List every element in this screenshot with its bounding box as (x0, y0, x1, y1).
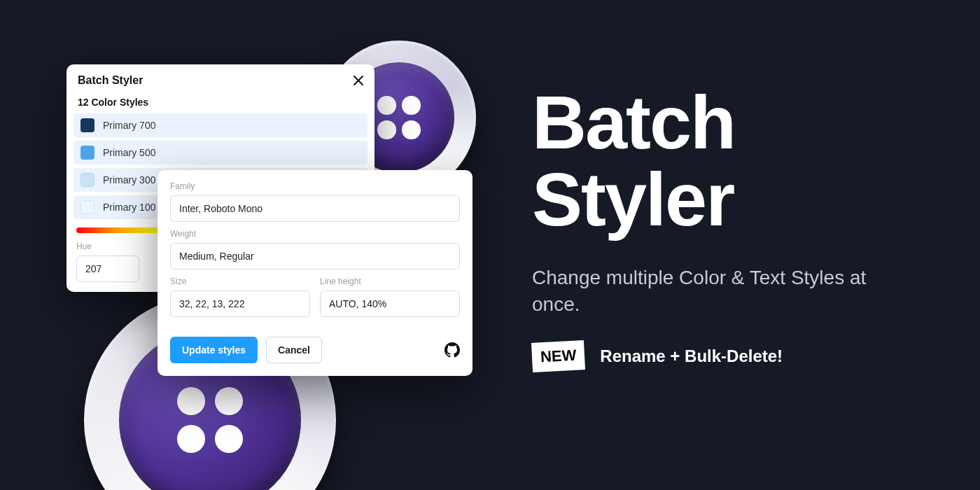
hero-subtitle: Change multiple Color & Text Styles at o… (532, 265, 896, 318)
family-input[interactable] (170, 195, 460, 222)
style-row[interactable]: Primary 700 (74, 113, 368, 137)
color-swatch (80, 200, 94, 214)
style-label: Primary 500 (103, 147, 155, 158)
style-label: Primary 300 (103, 174, 155, 186)
hero-title-line1: Batch (532, 80, 735, 164)
color-swatch (80, 118, 94, 132)
panel-title: Batch Styler (78, 74, 143, 87)
github-icon[interactable] (444, 342, 460, 358)
lineheight-input[interactable] (320, 290, 460, 317)
hero-block: Batch Styler Change multiple Color & Tex… (532, 84, 896, 371)
style-label: Primary 700 (103, 120, 155, 131)
typography-panel: Family Weight Size Line height Update st… (158, 170, 472, 376)
size-label: Size (170, 276, 310, 286)
close-icon[interactable] (354, 76, 363, 85)
new-badge-text: Rename + Bulk-Delete! (600, 346, 783, 366)
update-styles-button[interactable]: Update styles (170, 337, 258, 363)
styles-count-label: 12 Color Styles (66, 95, 374, 113)
new-badge: NEW (531, 340, 585, 372)
color-swatch (80, 173, 94, 187)
lineheight-label: Line height (320, 276, 460, 286)
hero-new-row: NEW Rename + Bulk-Delete! (532, 342, 896, 371)
promo-stage: Batch Styler Change multiple Color & Tex… (0, 0, 980, 490)
style-row[interactable]: Primary 500 (74, 141, 368, 164)
hero-title-line2: Styler (532, 157, 734, 241)
cancel-button[interactable]: Cancel (266, 337, 322, 363)
style-label: Primary 100 (103, 202, 155, 213)
hue-input[interactable] (76, 255, 139, 282)
color-swatch (80, 146, 94, 160)
family-label: Family (170, 181, 460, 191)
weight-label: Weight (170, 229, 460, 239)
size-input[interactable] (170, 290, 310, 317)
weight-input[interactable] (170, 243, 460, 270)
hero-title: Batch Styler (532, 84, 896, 238)
